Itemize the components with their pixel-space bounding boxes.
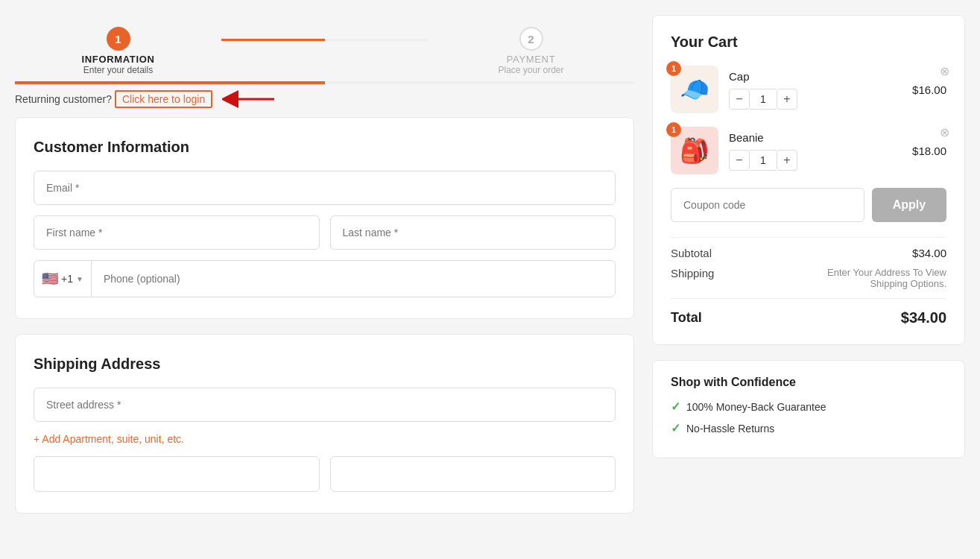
- beanie-remove-icon[interactable]: ⊗: [940, 125, 949, 139]
- step-1-title: INFORMATION: [82, 54, 155, 65]
- cart-card: Your Cart 1 🧢 Cap − 1 + $16.00 ⊗: [652, 15, 965, 345]
- step-connector: [221, 27, 428, 41]
- customer-info-card: Customer Information 🇺🇸 +1 ▼: [15, 117, 634, 319]
- cap-qty-decrease[interactable]: −: [729, 89, 750, 110]
- cap-remove-icon[interactable]: ⊗: [940, 64, 949, 78]
- item-badge-cap: 1: [666, 61, 681, 76]
- step-2-circle: 2: [519, 27, 543, 51]
- shipping-label: Shipping: [671, 267, 714, 280]
- cap-qty-increase[interactable]: +: [777, 89, 797, 110]
- beanie-qty-decrease[interactable]: −: [729, 150, 750, 171]
- email-input[interactable]: [34, 171, 616, 205]
- cap-info: Cap − 1 +: [729, 70, 902, 110]
- shipping-address-card: Shipping Address + Add Apartment, suite,…: [15, 334, 634, 514]
- cart-item-image-beanie: 1 🎒: [671, 127, 718, 174]
- cart-divider-2: [671, 298, 946, 299]
- street-input[interactable]: [34, 388, 616, 422]
- returning-customer-bar: Returning customer? Click here to login: [15, 93, 634, 105]
- total-row: Total $34.00: [671, 309, 946, 326]
- phone-country-selector[interactable]: 🇺🇸 +1 ▼: [34, 261, 92, 297]
- chevron-down-icon: ▼: [76, 275, 83, 283]
- name-row: [34, 215, 616, 250]
- beanie-emoji: 🎒: [680, 136, 709, 165]
- step-1-circle: 1: [107, 27, 130, 51]
- phone-group: 🇺🇸 +1 ▼: [34, 260, 616, 297]
- cap-emoji: 🧢: [680, 75, 709, 104]
- progress-bar: [15, 81, 634, 84]
- subtotal-value: $34.00: [912, 247, 946, 259]
- login-link[interactable]: Click here to login: [115, 90, 212, 108]
- phone-input[interactable]: [92, 262, 615, 295]
- item-badge-beanie: 1: [666, 122, 681, 137]
- confidence-item-2: ✓ No-Hassle Returns: [671, 421, 946, 435]
- subtotal-label: Subtotal: [671, 247, 712, 259]
- confidence-text-1: 100% Money-Back Guarantee: [686, 401, 826, 413]
- confidence-card: Shop with Confidence ✓ 100% Money-Back G…: [652, 360, 965, 458]
- cart-divider: [671, 237, 946, 238]
- city-state-row: [34, 456, 616, 492]
- beanie-qty-increase[interactable]: +: [777, 150, 797, 171]
- check-icon-2: ✓: [671, 421, 680, 435]
- confidence-title: Shop with Confidence: [671, 376, 946, 389]
- cart-item-image-cap: 1 🧢: [671, 66, 718, 113]
- coupon-input[interactable]: [671, 188, 864, 222]
- coupon-row: Apply: [671, 188, 946, 222]
- step-1-subtitle: Enter your details: [83, 65, 153, 75]
- last-name-group: [330, 215, 616, 250]
- total-value: $34.00: [901, 309, 946, 326]
- customer-info-title: Customer Information: [34, 139, 616, 156]
- phone-code: +1: [61, 273, 73, 285]
- cap-name: Cap: [729, 70, 902, 83]
- cap-qty-row: − 1 +: [729, 89, 902, 110]
- cart-item: 1 🧢 Cap − 1 + $16.00 ⊗: [671, 66, 946, 113]
- left-panel: 1 INFORMATION Enter your details 2 PAYME…: [15, 15, 634, 528]
- confidence-item-1: ✓ 100% Money-Back Guarantee: [671, 399, 946, 414]
- beanie-qty-value: 1: [750, 150, 777, 171]
- returning-customer-text: Returning customer?: [15, 93, 112, 105]
- total-label: Total: [671, 310, 702, 326]
- cart-item: 1 🎒 Beanie − 1 + $18.00 ⊗: [671, 127, 946, 174]
- step-2-subtitle: Place your order: [498, 65, 563, 75]
- cap-qty-value: 1: [750, 89, 777, 110]
- first-name-group: [34, 215, 320, 250]
- step-information: 1 INFORMATION Enter your details: [15, 27, 221, 75]
- annotation-arrow: [222, 84, 282, 114]
- first-name-input[interactable]: [34, 215, 320, 250]
- beanie-name: Beanie: [729, 131, 902, 144]
- shipping-address-title: Shipping Address: [34, 356, 616, 373]
- shipping-value: Enter Your Address To View Shipping Opti…: [812, 267, 946, 289]
- beanie-info: Beanie − 1 +: [729, 131, 902, 171]
- subtotal-row: Subtotal $34.00: [671, 247, 946, 259]
- last-name-input[interactable]: [330, 215, 616, 250]
- cap-price: $16.00: [912, 83, 946, 96]
- beanie-price: $18.00: [912, 145, 946, 157]
- checkout-steps: 1 INFORMATION Enter your details 2 PAYME…: [15, 15, 634, 81]
- add-apartment-link[interactable]: + Add Apartment, suite, unit, etc.: [34, 433, 184, 445]
- step-2-title: PAYMENT: [507, 54, 555, 65]
- confidence-text-2: No-Hassle Returns: [686, 423, 774, 435]
- step-payment: 2 PAYMENT Place your order: [428, 27, 634, 75]
- cart-title: Your Cart: [671, 34, 946, 51]
- street-group: [34, 388, 616, 422]
- email-group: [34, 171, 616, 205]
- flag-icon: 🇺🇸: [42, 271, 58, 287]
- beanie-qty-row: − 1 +: [729, 150, 902, 171]
- right-panel: Your Cart 1 🧢 Cap − 1 + $16.00 ⊗: [652, 15, 965, 528]
- apply-button[interactable]: Apply: [872, 188, 946, 222]
- check-icon-1: ✓: [671, 399, 680, 414]
- shipping-row: Shipping Enter Your Address To View Ship…: [671, 267, 946, 289]
